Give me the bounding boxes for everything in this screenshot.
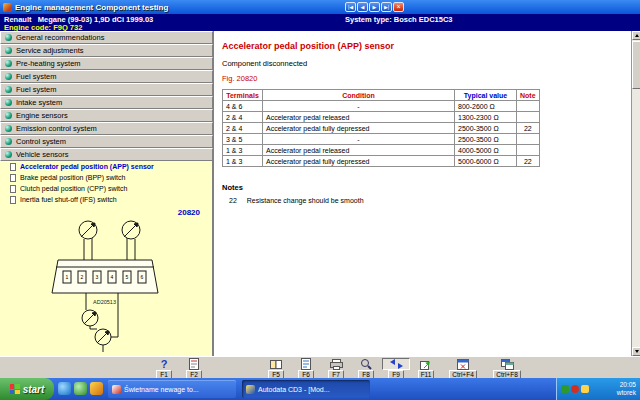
table-row: 1 & 3 Accelerator pedal fully depressed … [223, 156, 540, 167]
toolbar-button-help[interactable]: ? F1 [150, 358, 178, 379]
cell-condition: - [263, 101, 455, 112]
windows-taskbar: start Świetname newage to... Autodata CD… [0, 378, 640, 400]
sidebar-item-vehicle-sensors[interactable]: Vehicle sensors [0, 148, 213, 161]
cell-terminals: 1 & 3 [223, 156, 263, 167]
pin-number: 5 [126, 274, 129, 280]
page-title: Accelerator pedal position (APP) sensor [222, 41, 394, 51]
nav-prev-button[interactable]: ◀ [357, 2, 368, 12]
subitem-bpp-switch[interactable]: Brake pedal position (BPP) switch [0, 172, 212, 183]
cell-condition: Accelerator pedal released [263, 112, 455, 123]
scroll-down-icon[interactable] [632, 347, 640, 356]
task-icon [246, 385, 255, 394]
start-button[interactable]: start [0, 378, 54, 400]
sidebar-item-fuel-system-2[interactable]: Fuel system [0, 83, 213, 96]
page-icon [10, 196, 16, 204]
cell-note: 22 [517, 123, 540, 134]
sidebar-item-general-recommendations[interactable]: General recommendations [0, 31, 213, 44]
close-window-icon [444, 358, 482, 370]
tray-status-icon-yellow[interactable] [581, 385, 589, 393]
cell-note [517, 112, 540, 123]
table-row: 2 & 4 Accelerator pedal fully depressed … [223, 123, 540, 134]
task-label: Świetname newage to... [124, 386, 199, 393]
toolbar-button-f11[interactable]: F11 [412, 358, 440, 379]
cell-condition: - [263, 134, 455, 145]
note-text: Resistance change should be smooth [247, 197, 364, 204]
system-tray: 20:05 wtorek [556, 378, 640, 400]
quick-launch [58, 382, 103, 395]
bullet-sphere-icon [5, 73, 12, 80]
toolbar-button-ctrl-f4[interactable]: Ctrl+F4 [444, 358, 482, 379]
pin-number: 2 [81, 274, 84, 280]
bullet-sphere-icon [5, 34, 12, 41]
tray-status-icon-red[interactable] [571, 385, 579, 393]
scroll-up-icon[interactable] [632, 31, 640, 40]
test-values-table: Terminals Condition Typical value Note 4… [222, 89, 540, 167]
bullet-sphere-icon [5, 60, 12, 67]
close-icon[interactable]: × [393, 2, 404, 12]
subitem-app-sensor[interactable]: Accelerator pedal position (APP) sensor [0, 161, 212, 172]
windows-logo-icon [10, 384, 20, 394]
scrollbar-thumb[interactable] [632, 41, 640, 89]
nav-first-button[interactable]: |◀ [345, 2, 356, 12]
toolbar-button-f5[interactable]: F5 [262, 358, 290, 379]
sidebar-item-service-adjustments[interactable]: Service adjustments [0, 44, 213, 57]
bullet-sphere-icon [5, 151, 12, 158]
cell-note [517, 134, 540, 145]
cell-note [517, 101, 540, 112]
taskbar-clock[interactable]: 20:05 wtorek [617, 381, 636, 397]
quicklaunch-browser-icon[interactable] [58, 382, 71, 395]
tray-status-icon-green[interactable] [561, 385, 569, 393]
jump-arrow-icon [412, 358, 440, 370]
sidebar: General recommendations Service adjustme… [0, 31, 213, 161]
cell-condition: Accelerator pedal released [263, 145, 455, 156]
page-icon [10, 163, 16, 171]
toolbar-button-f6[interactable]: F6 [292, 358, 320, 379]
table-row: 3 & 5 - 2500-3500 Ω [223, 134, 540, 145]
printer-icon [322, 358, 350, 370]
taskbar-task-messenger[interactable]: Świetname newage to... [108, 380, 236, 398]
note-item: 22Resistance change should be smooth [229, 197, 364, 204]
nav-last-button[interactable]: ▶| [381, 2, 392, 12]
sidebar-item-intake-system[interactable]: Intake system [0, 96, 213, 109]
sidebar-item-label: Pre-heating system [16, 59, 81, 68]
sidebar-item-fuel-system-1[interactable]: Fuel system [0, 70, 213, 83]
search-icon [352, 358, 380, 370]
subitem-label: Brake pedal position (BPP) switch [20, 174, 125, 181]
cell-typical-value: 2500-3500 Ω [455, 123, 517, 134]
cell-terminals: 4 & 6 [223, 101, 263, 112]
cell-condition: Accelerator pedal fully depressed [263, 156, 455, 167]
bullet-sphere-icon [5, 47, 12, 54]
subitem-cpp-switch[interactable]: Clutch pedal position (CPP) switch [0, 183, 212, 194]
quicklaunch-app-icon[interactable] [74, 382, 87, 395]
toolbar-button-f2[interactable]: F2 [180, 358, 208, 379]
toolbar-button-f9[interactable]: F9 [382, 358, 410, 379]
table-row: 2 & 4 Accelerator pedal released 1300-23… [223, 112, 540, 123]
system-type: System type: Bosch EDC15C3 [345, 15, 453, 24]
subitem-label: Inertia fuel shut-off (IFS) switch [20, 196, 117, 203]
sidebar-item-pre-heating-system[interactable]: Pre-heating system [0, 57, 213, 70]
component-diagram-panel: 1 2 3 4 5 6 20820 AD20513 [0, 205, 213, 356]
toolbar-button-ctrl-f8[interactable]: Ctrl+F8 [488, 358, 526, 379]
toolbar-button-search[interactable]: F8 [352, 358, 380, 379]
sidebar-item-label: Fuel system [16, 72, 56, 81]
taskbar-task-autodata[interactable]: Autodata CD3 - [Mod... [242, 380, 370, 398]
subitem-ifs-switch[interactable]: Inertia fuel shut-off (IFS) switch [0, 194, 212, 205]
sidebar-item-emission-control-system[interactable]: Emission control system [0, 122, 213, 135]
sidebar-item-engine-sensors[interactable]: Engine sensors [0, 109, 213, 122]
figure-number: 20820 [178, 208, 200, 217]
cell-terminals: 2 & 4 [223, 112, 263, 123]
sidebar-item-label: Engine sensors [16, 111, 68, 120]
bullet-sphere-icon [5, 99, 12, 106]
toolbar-button-print[interactable]: F7 [322, 358, 350, 379]
vertical-scrollbar[interactable] [631, 31, 640, 356]
table-header-row: Terminals Condition Typical value Note [223, 90, 540, 101]
sidebar-item-control-system[interactable]: Control system [0, 135, 213, 148]
sidebar-item-label: Fuel system [16, 85, 56, 94]
col-header-terminals: Terminals [223, 90, 263, 101]
page-icon [292, 358, 320, 370]
clock-day: wtorek [617, 389, 636, 397]
quicklaunch-folder-icon[interactable] [90, 382, 103, 395]
nav-next-button[interactable]: ▶ [369, 2, 380, 12]
figure-reference[interactable]: Fig. 20820 [222, 74, 257, 83]
sidebar-item-label: Intake system [16, 98, 62, 107]
